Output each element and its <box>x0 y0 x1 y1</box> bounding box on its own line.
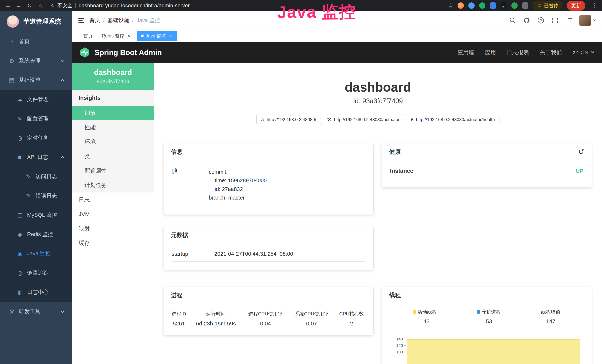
extensions-puzzle-icon[interactable] <box>522 2 528 9</box>
sba-menu-mappings[interactable]: 映射 <box>72 221 154 236</box>
home-icon: ⌂ <box>261 117 264 123</box>
process-col-header: 系统CPU使用率 <box>289 308 334 319</box>
url-text: dashboard.yudao.iocoder.cn/infra/admin-s… <box>79 3 190 9</box>
breadcrumb-current: Java 监控 <box>137 17 160 24</box>
health-instance-row[interactable]: Instance UP <box>390 168 584 179</box>
sba-menu-group-insights: Insights 细节 性能 环境 类 配置属性 计划任务 <box>72 90 154 193</box>
threads-card-title: 线程 <box>382 287 592 304</box>
sidebar-item-infrastructure[interactable]: ▤ 基础设施 <box>0 70 72 90</box>
paused-badge[interactable]: ☺ 已暂停 <box>533 1 562 10</box>
sba-brand[interactable]: Spring Boot Admin <box>79 47 162 58</box>
document-edit-icon: ✎ <box>24 193 33 199</box>
sba-menu-classes[interactable]: 类 <box>72 149 154 163</box>
sidebar-item-tracing[interactable]: ◎ 链路追踪 <box>0 263 72 283</box>
metadata-card: 元数据 startup 2021-04-27T00:44:31.254+08:0… <box>163 226 373 270</box>
breadcrumb-home[interactable]: 首页 <box>89 17 100 24</box>
active-tab-dot <box>141 34 144 37</box>
sidebar-item-label: 访问日志 <box>36 173 57 180</box>
sba-locale-select[interactable]: zh-CN <box>573 49 594 56</box>
breadcrumb-infrastructure[interactable]: 基础设施 <box>108 17 129 24</box>
clock-icon: ◷ <box>16 135 24 141</box>
help-icon[interactable]: ? <box>538 17 544 24</box>
address-bar[interactable]: ⚠ 不安全 dashboard.yudao.iocoder.cn/infra/a… <box>50 2 446 9</box>
chart-plot-area <box>406 331 580 364</box>
sba-menu-scheduled-tasks[interactable]: 计划任务 <box>72 178 154 193</box>
close-icon[interactable]: × <box>126 33 132 39</box>
sba-main: dashboard Id: 93a3fc7f7409 ⌂ http://192.… <box>154 63 602 364</box>
sba-menu-insights[interactable]: Insights <box>72 90 154 106</box>
log-center-icon: ▥ <box>16 289 24 296</box>
tab-java-monitor[interactable]: Java 监控 × <box>137 31 177 41</box>
sidebar-item-home[interactable]: ◔ 首页 <box>0 32 72 51</box>
sba-menu-details[interactable]: 细节 <box>72 106 154 120</box>
github-icon[interactable] <box>523 17 530 24</box>
actuator-url-button[interactable]: ⚒ http://192.168.0.2:48080/actuator <box>322 114 404 125</box>
sba-menu-logs[interactable]: 日志 <box>72 193 154 207</box>
history-icon[interactable]: ↺ <box>578 148 584 155</box>
extension-icon-blue[interactable] <box>468 2 475 9</box>
search-icon[interactable] <box>509 17 516 24</box>
sba-nav-journal[interactable]: 日志报表 <box>507 49 529 56</box>
update-button[interactable]: 更新 <box>567 1 585 11</box>
tab-home[interactable]: 首页 <box>80 31 96 41</box>
reload-icon[interactable]: ↻ <box>25 2 34 9</box>
browser-menu-icon[interactable]: ⋮ <box>590 2 599 9</box>
sba-menu-caches[interactable]: 缓存 <box>72 236 154 250</box>
legend-daemon-threads: 守护进程 53 <box>477 309 501 324</box>
legend-live-threads: 活动线程 143 <box>413 309 437 324</box>
metadata-card-title: 元数据 <box>163 226 373 244</box>
sidebar-item-access-logs[interactable]: ✎ 访问日志 <box>0 167 72 186</box>
service-url-button[interactable]: ⌂ http://192.168.0.2:48080/ <box>256 114 321 125</box>
sidebar-item-api-logs[interactable]: ▣ API 日志 <box>0 148 72 167</box>
app-sidebar: 芋道管理系统 ◔ 首页 ⚙ 系统管理 ▤ 基础设施 <box>0 11 72 364</box>
process-card: 进程 进程ID 运行时间 进程CPU使用率 系统CPU使用率 <box>163 287 373 335</box>
sidebar-item-java-monitor[interactable]: ◉ Java 监控 <box>0 244 72 263</box>
app-menu: ◔ 首页 ⚙ 系统管理 ▤ 基础设施 ☁ 文件管理 <box>0 32 72 321</box>
extension-icon-green[interactable] <box>479 2 485 9</box>
sidebar-item-mysql-monitor[interactable]: ◫ MySQL 监控 <box>0 205 72 225</box>
sidebar-item-label: 链路追踪 <box>27 269 49 277</box>
extension-icon-on[interactable]: on <box>501 2 507 9</box>
sidebar-item-label: 基础设施 <box>19 76 40 84</box>
sba-nav-applications[interactable]: 应用 <box>485 49 496 56</box>
browser-chrome: ← → ↻ ⌂ ⚠ 不安全 dashboard.yudao.iocoder.cn… <box>0 0 602 11</box>
extension-icon-grid[interactable] <box>490 2 496 9</box>
sba-nav-wallboard[interactable]: 应用墙 <box>457 49 474 56</box>
app-logo-row[interactable]: 芋道管理系统 <box>0 11 72 32</box>
sidebar-item-system-management[interactable]: ⚙ 系统管理 <box>0 51 72 70</box>
font-size-icon[interactable]: TT <box>566 17 572 24</box>
hamburger-menu-icon[interactable] <box>72 17 89 24</box>
sidebar-item-log-center[interactable]: ▥ 日志中心 <box>0 283 72 302</box>
sidebar-item-dev-tools[interactable]: ⚒ 研发工具 <box>0 302 72 321</box>
home-icon[interactable]: ⌂ <box>36 2 45 9</box>
sidebar-item-error-logs[interactable]: ✎ 错误日志 <box>0 186 72 205</box>
forward-icon[interactable]: → <box>14 2 23 9</box>
sba-menu-jvm[interactable]: JVM <box>72 207 154 221</box>
tags-view: 首页 Redis 监控 × Java 监控 × <box>72 30 602 42</box>
sba-instance-header[interactable]: dashboard 93a3fc7f7409 <box>72 63 154 90</box>
user-avatar[interactable] <box>579 15 595 26</box>
sba-menu-performance[interactable]: 性能 <box>72 120 154 135</box>
process-value: 0.04 <box>243 319 289 329</box>
tab-redis-monitor[interactable]: Redis 监控 × <box>98 31 135 41</box>
sidebar-item-file-management[interactable]: ☁ 文件管理 <box>0 90 72 109</box>
fullscreen-icon[interactable] <box>552 17 558 24</box>
svg-text:?: ? <box>540 19 542 23</box>
document-edit-icon: ✎ <box>24 173 33 180</box>
close-icon[interactable]: × <box>168 33 173 39</box>
sba-menu-environment[interactable]: 环境 <box>72 135 154 149</box>
sidebar-item-redis-monitor[interactable]: ◈ Redis 监控 <box>0 225 72 244</box>
breadcrumb-separator: / <box>103 17 105 23</box>
info-card-title: 信息 <box>163 143 373 161</box>
bookmark-star-icon[interactable]: ☆ <box>448 2 453 9</box>
extension-icon-leaf[interactable] <box>511 2 518 9</box>
extension-icon-orange[interactable] <box>458 2 464 9</box>
security-label: 不安全 <box>57 2 72 9</box>
sba-menu-config-props[interactable]: 配置属性 <box>72 163 154 178</box>
health-url-button[interactable]: ♥ http://192.168.0.2:48080/actuator/heal… <box>406 114 499 125</box>
metadata-key: startup <box>172 251 214 257</box>
sidebar-item-config-management[interactable]: ✎ 配置管理 <box>0 109 72 128</box>
sidebar-item-scheduled-tasks[interactable]: ◷ 定时任务 <box>0 128 72 148</box>
sba-nav-about[interactable]: 关于我们 <box>540 49 562 56</box>
back-icon[interactable]: ← <box>3 2 13 9</box>
